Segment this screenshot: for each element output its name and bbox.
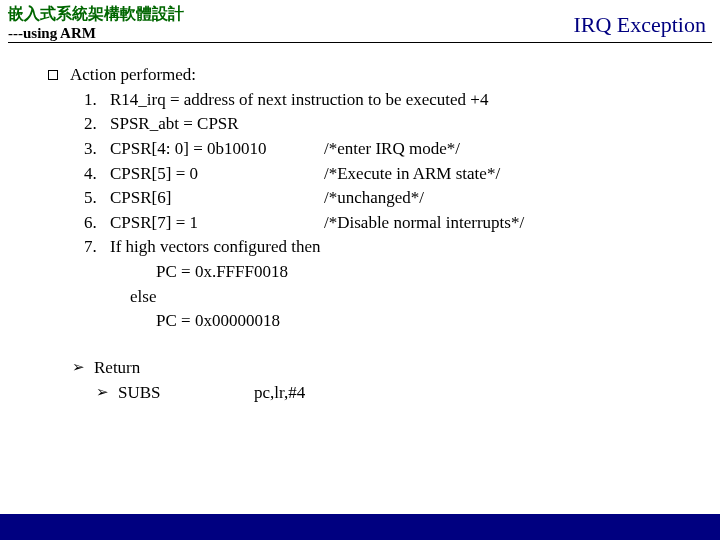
return-block: ➢ Return ➢ SUBS pc,lr,#4 [48, 356, 710, 405]
arrow-icon: ➢ [96, 381, 118, 406]
list-text: CPSR[6] /*unchanged*/ [110, 186, 424, 211]
pc-else: PC = 0x00000018 [84, 309, 710, 334]
slide-topic: IRQ Exception [573, 4, 712, 38]
slide-body: Action performed: 1. R14_irq = address o… [0, 43, 720, 405]
arrow-icon: ➢ [72, 356, 94, 381]
list-number: 3. [84, 137, 110, 162]
return-row: ➢ Return [72, 356, 710, 381]
return-label: Return [94, 356, 140, 381]
spacer [184, 381, 254, 406]
square-bullet-icon [48, 63, 70, 88]
action-list: 1. R14_irq = address of next instruction… [48, 88, 710, 334]
list-number: 4. [84, 162, 110, 187]
item-comment: /*Disable normal interrupts*/ [324, 211, 524, 236]
list-item: 2. SPSR_abt = CPSR [84, 112, 710, 137]
list-number: 1. [84, 88, 110, 113]
list-number: 6. [84, 211, 110, 236]
list-text: R14_irq = address of next instruction to… [110, 88, 488, 113]
item-left: SPSR_abt = CPSR [110, 112, 239, 137]
item-comment: /*Execute in ARM state*/ [324, 162, 500, 187]
pc-then: PC = 0x.FFFF0018 [84, 260, 710, 285]
else-label: else [84, 285, 710, 310]
subs-mnemonic: SUBS [118, 381, 184, 406]
action-heading-row: Action performed: [48, 63, 710, 88]
list-number: 2. [84, 112, 110, 137]
item-left: R14_irq = address of next instruction to… [110, 88, 488, 113]
list-text: CPSR[7] = 1 /*Disable normal interrupts*… [110, 211, 524, 236]
list-text: If high vectors configured then [110, 235, 321, 260]
footer-bar [0, 514, 720, 540]
list-item: 3. CPSR[4: 0] = 0b10010 /*enter IRQ mode… [84, 137, 710, 162]
subs-row: ➢ SUBS pc,lr,#4 [72, 381, 710, 406]
item-left: CPSR[5] = 0 [110, 162, 324, 187]
slide-header: 嵌入式系統架構軟體設計 ---using ARM IRQ Exception [0, 0, 720, 42]
list-text: CPSR[5] = 0 /*Execute in ARM state*/ [110, 162, 500, 187]
list-text: SPSR_abt = CPSR [110, 112, 239, 137]
item-left: If high vectors configured then [110, 235, 321, 260]
list-number: 7. [84, 235, 110, 260]
list-item: 1. R14_irq = address of next instruction… [84, 88, 710, 113]
list-item: 6. CPSR[7] = 1 /*Disable normal interrup… [84, 211, 710, 236]
item-comment: /*unchanged*/ [324, 186, 424, 211]
item-left: CPSR[4: 0] = 0b10010 [110, 137, 324, 162]
header-left: 嵌入式系統架構軟體設計 ---using ARM [8, 4, 184, 42]
list-number: 5. [84, 186, 110, 211]
course-subtitle: ---using ARM [8, 25, 184, 42]
subs-operands: pc,lr,#4 [254, 381, 305, 406]
list-item: 5. CPSR[6] /*unchanged*/ [84, 186, 710, 211]
item-left: CPSR[6] [110, 186, 324, 211]
item-comment: /*enter IRQ mode*/ [324, 137, 460, 162]
action-heading: Action performed: [70, 63, 196, 88]
item-left: CPSR[7] = 1 [110, 211, 324, 236]
list-text: CPSR[4: 0] = 0b10010 /*enter IRQ mode*/ [110, 137, 460, 162]
list-item: 7. If high vectors configured then [84, 235, 710, 260]
list-item: 4. CPSR[5] = 0 /*Execute in ARM state*/ [84, 162, 710, 187]
course-title: 嵌入式系統架構軟體設計 [8, 4, 184, 25]
